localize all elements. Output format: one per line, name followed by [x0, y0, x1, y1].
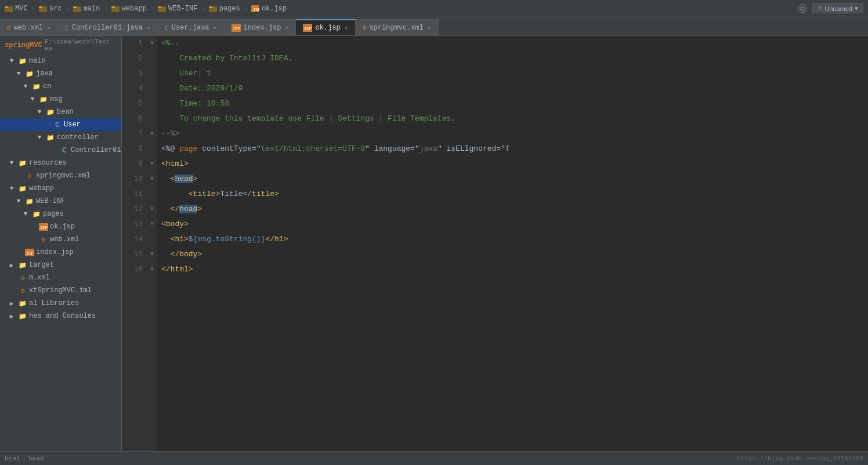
tree-label-con: hes and Consoles — [29, 312, 96, 320]
tree-item-main[interactable]: ▼ 📁 main — [0, 55, 121, 67]
folder-icon-wa: 📁 — [18, 184, 27, 193]
tab-userjava[interactable]: C User.java ✕ — [158, 19, 224, 35]
vcs-icon: ⇑ — [817, 5, 822, 12]
tree-label-bean: bean — [57, 108, 74, 116]
tree-item-webapp[interactable]: ▼ 📁 webapp — [0, 182, 121, 195]
svg-rect-3 — [39, 6, 42, 8]
folder-icon-wi: 📁 — [25, 197, 34, 206]
vcs-dropdown-icon: ▾ — [855, 5, 858, 12]
tree-item-controller-folder[interactable]: ▼ 📁 controller — [0, 131, 121, 144]
tree-item-resources[interactable]: ▼ 📁 resources — [0, 157, 121, 169]
nav-okjsp[interactable]: JSP ok.jsp — [251, 5, 287, 13]
jsp-icon-index-tree: JSP — [25, 249, 34, 256]
spacer-ctrl01 — [49, 146, 58, 155]
tree-label-user: User — [64, 121, 81, 129]
folder-icon-java: 📁 — [25, 69, 34, 78]
tab-springmvcxml[interactable]: ⚙ springmvc.xml ✕ — [356, 19, 439, 35]
code-content[interactable]: <%-- Created by IntelliJ IDEA. User: 1 D… — [157, 36, 868, 451]
tab-okjsp[interactable]: JSP ok.jsp ✕ — [296, 19, 355, 35]
tab-close-index[interactable]: ✕ — [285, 24, 288, 31]
top-bar: MVC › src › main › webapp › WEB-INF › pa… — [0, 0, 868, 17]
nav-main[interactable]: main — [73, 5, 100, 13]
spacer-webxml — [28, 235, 37, 244]
tree-item-okjsp-tree[interactable]: JSP ok.jsp — [0, 220, 121, 233]
spacer-iml — [7, 286, 16, 295]
nav-pages[interactable]: pages — [209, 5, 240, 13]
tree-label-smxml: springmvc.xml — [36, 172, 91, 180]
breadcrumb-html: html — [5, 455, 20, 462]
tab-indexjsp[interactable]: JSP index.jsp ✕ — [225, 19, 296, 35]
tree-label-pg: pages — [43, 210, 64, 218]
tree-label-res: resources — [29, 159, 67, 167]
tree-label-lib: al Libraries — [29, 299, 79, 307]
tree-item-user[interactable]: C User — [0, 118, 121, 131]
tree-item-msg[interactable]: ▼ 📁 msg — [0, 93, 121, 106]
xml-tab-icon-spring: ⚙ — [363, 24, 367, 31]
svg-rect-1 — [5, 6, 8, 8]
folder-small-icon4 — [111, 5, 120, 13]
tree-label-wa: webapp — [29, 184, 54, 192]
jsp-small-icon: JSP — [251, 5, 259, 12]
tab-close-webxml[interactable]: ✕ — [47, 24, 50, 31]
tab-webxml[interactable]: ⚙ web.xml ✕ — [0, 19, 58, 35]
status-bar: html › head https://blog.csdn.net/qq_447… — [0, 451, 868, 465]
breadcrumb-sep: › — [22, 455, 26, 462]
settings-icon[interactable] — [798, 4, 807, 13]
nav-mvc[interactable]: MVC — [5, 5, 28, 13]
xml-icon-webxml: ⚙ — [39, 235, 48, 244]
tab-controller01[interactable]: C Controller01.java ✕ — [58, 19, 158, 35]
svg-rect-9 — [158, 6, 161, 8]
folder-small-icon — [5, 5, 13, 13]
folder-icon-ctrl: 📁 — [46, 133, 55, 142]
nav-webinf[interactable]: WEB-INF — [158, 5, 197, 13]
nav-src[interactable]: src — [39, 5, 62, 13]
tree-item-cn[interactable]: ▼ 📁 cn — [0, 80, 121, 93]
tree-item-pages[interactable]: ▼ 📁 pages — [0, 208, 121, 220]
tab-close-ctrl[interactable]: ✕ — [147, 24, 150, 31]
svg-text:JSP: JSP — [232, 26, 241, 31]
tree-item-webxml-tree[interactable]: ⚙ web.xml — [0, 233, 121, 246]
folder-small-icon5 — [158, 5, 166, 13]
jsp-tab-icon-index: JSP — [232, 24, 241, 32]
spacer-idx — [14, 248, 23, 257]
tree-item-webinf[interactable]: ▼ 📁 WEB-INF — [0, 195, 121, 208]
folder-icon-lib: 📁 — [18, 299, 27, 308]
code-editor-area[interactable]: 12345678910111213141516 ▼▼▼▼▼▼▼▼ <%-- Cr… — [122, 36, 868, 451]
tree-item-java[interactable]: ▼ 📁 java — [0, 67, 121, 80]
tree-item-springmvc-xml[interactable]: ⚙ springmvc.xml — [0, 169, 121, 182]
tree-item-iml[interactable]: ⚙ xtSpringMVC.iml — [0, 284, 121, 297]
project-path: F:\idea\work\Text ea — [45, 38, 117, 52]
arrow-icon-con: ▶ — [7, 311, 16, 321]
folder-icon-msg: 📁 — [39, 95, 48, 104]
arrow-icon-cn: ▼ — [21, 82, 30, 91]
tree-item-indexjsp-tree[interactable]: JSP index.jsp — [0, 246, 121, 259]
folder-icon-cn: 📁 — [32, 82, 41, 91]
java-tab-icon-ctrl: C — [65, 24, 69, 31]
tree-item-bean[interactable]: ▼ 📁 bean — [0, 106, 121, 118]
tree-item-target[interactable]: ▶ 📁 target — [0, 259, 121, 271]
xml-icon-sm: ⚙ — [25, 171, 34, 180]
fold-gutter: ▼▼▼▼▼▼▼▼ — [147, 36, 157, 451]
jsp-icon-ok-tree: JSP — [39, 223, 48, 231]
tree-item-consoles[interactable]: ▶ 📁 hes and Consoles — [0, 310, 121, 322]
arrow-icon-tgt: ▶ — [7, 260, 16, 270]
code-editor: 12345678910111213141516 ▼▼▼▼▼▼▼▼ <%-- Cr… — [122, 36, 868, 451]
arrow-icon-wi: ▼ — [14, 197, 23, 206]
tree-item-mxml[interactable]: ⚙ m.xml — [0, 271, 121, 284]
line-numbers: 12345678910111213141516 — [122, 36, 147, 451]
tree-label-ctrl01: Controller01 — [71, 146, 121, 154]
tree-label-okjsp: ok.jsp — [50, 223, 75, 231]
arrow-icon-java: ▼ — [14, 69, 23, 78]
tab-label-ok: ok.jsp — [315, 24, 340, 32]
arrow-icon-lib: ▶ — [7, 299, 16, 308]
tree-label-iml: xtSpringMVC.iml — [29, 286, 92, 295]
xml-icon-m: ⚙ — [18, 273, 27, 282]
tab-close-ok[interactable]: ✕ — [345, 24, 348, 31]
tab-close-spring[interactable]: ✕ — [428, 24, 431, 31]
nav-webapp[interactable]: webapp — [111, 5, 147, 13]
tab-close-user[interactable]: ✕ — [214, 24, 217, 31]
vcs-button[interactable]: ⇑ Unnamed ▾ — [812, 3, 863, 13]
tree-item-controller01[interactable]: C Controller01 — [0, 144, 121, 157]
tab-label-ctrl: Controller01.java — [72, 24, 143, 32]
tree-item-libraries[interactable]: ▶ 📁 al Libraries — [0, 297, 121, 310]
